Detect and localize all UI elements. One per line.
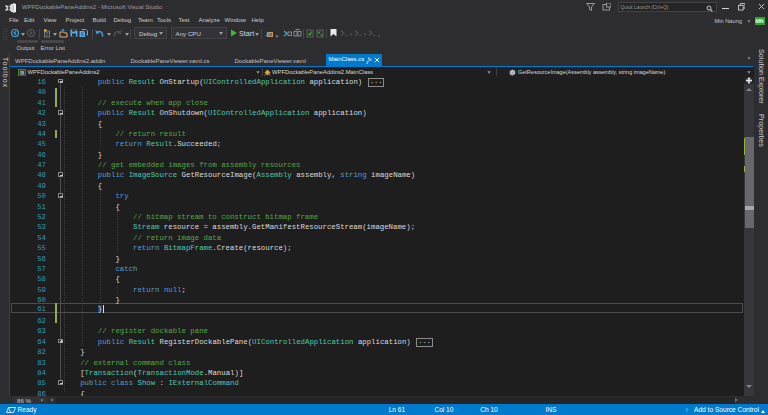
- svg-text:c: c: [20, 71, 22, 75]
